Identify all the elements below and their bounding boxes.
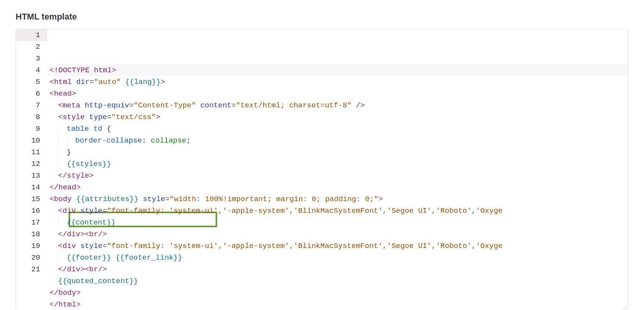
token-tvar: }} bbox=[102, 253, 111, 262]
token-val: "auto" bbox=[94, 78, 120, 86]
token-tag: > bbox=[379, 195, 383, 203]
token-tvar: {{ bbox=[115, 253, 124, 262]
code-line[interactable]: {{content}} bbox=[47, 217, 628, 228]
token-val: "Content-Type" bbox=[134, 101, 196, 110]
token-tvar: }} bbox=[152, 78, 161, 86]
token-tag: </body> bbox=[50, 289, 81, 297]
token-attr: type bbox=[89, 113, 107, 121]
code-line[interactable]: {{styles}} bbox=[47, 158, 628, 170]
code-editor[interactable]: 123456789101112131415161718192021 <!DOCT… bbox=[16, 29, 628, 310]
token-val: "font-family: 'system-ui','-apple-system… bbox=[107, 242, 502, 250]
token-pun: = bbox=[90, 78, 94, 86]
token-val: "text/html; charset=utf-8" bbox=[236, 101, 351, 110]
token-tvar: styles bbox=[76, 160, 102, 168]
token-pun bbox=[80, 101, 85, 110]
token-pun: = bbox=[129, 101, 133, 110]
token-pun: = bbox=[232, 101, 236, 110]
token-tvar: {{ bbox=[67, 218, 76, 227]
gutter-line: 15 bbox=[16, 193, 47, 205]
gutter-line: 1 bbox=[16, 29, 47, 41]
token-val: "text/css" bbox=[111, 113, 156, 121]
token-sel: table td bbox=[67, 125, 107, 133]
gutter-line: 2 bbox=[16, 41, 47, 53]
code-line[interactable]: border-collapse: collapse; bbox=[47, 135, 628, 146]
code-area[interactable]: <!DOCTYPE html><html dir="auto" {{lang}}… bbox=[47, 29, 628, 310]
token-pun bbox=[72, 78, 76, 86]
code-line[interactable]: {{footer}} {{footer_link}} bbox=[47, 252, 628, 264]
token-tag: <!DOCTYPE html> bbox=[50, 66, 116, 75]
token-pun: } bbox=[67, 148, 71, 157]
gutter-line: 17 bbox=[16, 217, 47, 228]
token-pun bbox=[146, 136, 150, 145]
token-tag: </head> bbox=[50, 183, 81, 192]
token-tag: </div> bbox=[58, 265, 85, 274]
token-tvar: }} bbox=[102, 160, 111, 168]
code-line[interactable]: <div style="font-family: 'system-ui','-a… bbox=[47, 205, 628, 217]
gutter-line: 6 bbox=[16, 88, 47, 100]
token-cssval: collapse bbox=[151, 136, 186, 145]
token-attr: style bbox=[80, 242, 103, 250]
token-tag: > bbox=[156, 113, 160, 121]
code-line[interactable]: </div><br/> bbox=[47, 228, 628, 240]
token-pun: ; bbox=[186, 136, 191, 145]
gutter-line: 7 bbox=[16, 100, 47, 111]
token-tvar: content bbox=[76, 218, 107, 227]
token-tag: <div bbox=[58, 207, 76, 215]
token-pun bbox=[196, 101, 200, 110]
token-tvar: footer_link bbox=[124, 253, 173, 262]
gutter-line: 21 bbox=[16, 264, 47, 275]
gutter: 123456789101112131415161718192021 bbox=[16, 29, 47, 310]
code-line[interactable]: </head> bbox=[47, 182, 628, 193]
gutter-line: 8 bbox=[16, 111, 47, 123]
token-tvar: }} bbox=[173, 253, 182, 262]
token-attr: style bbox=[80, 207, 103, 215]
token-tag: </html> bbox=[50, 300, 81, 309]
token-tvar: footer bbox=[76, 253, 102, 262]
resize-handle-icon[interactable] bbox=[623, 305, 627, 310]
code-line[interactable]: table td { bbox=[47, 123, 628, 135]
code-line[interactable]: } bbox=[47, 146, 628, 158]
code-line[interactable]: </html> bbox=[47, 299, 628, 310]
token-attr: dir bbox=[76, 78, 89, 86]
token-pun bbox=[111, 253, 115, 262]
token-pun: { bbox=[107, 125, 111, 133]
code-line[interactable]: <style type="text/css"> bbox=[47, 111, 628, 123]
token-tag: /> bbox=[356, 101, 365, 110]
token-sel: border-collapse bbox=[75, 136, 142, 145]
code-line[interactable]: </style> bbox=[47, 170, 628, 182]
token-tag: <head> bbox=[50, 89, 76, 98]
code-line[interactable]: {{quoted_content}} bbox=[47, 275, 628, 287]
token-tvar: {{ bbox=[67, 160, 76, 168]
token-attr: http-equiv bbox=[85, 101, 129, 110]
gutter-line: 20 bbox=[16, 252, 47, 264]
token-val: "font-family: 'system-ui','-apple-system… bbox=[107, 207, 502, 215]
code-line[interactable]: </div><br/> bbox=[47, 264, 628, 275]
token-tvar: }} bbox=[107, 218, 116, 227]
token-pun bbox=[76, 207, 80, 215]
token-tvar: {{ bbox=[58, 277, 67, 285]
code-line[interactable]: <!DOCTYPE html> bbox=[47, 64, 628, 76]
token-pun: : bbox=[142, 136, 146, 145]
token-tag: <body bbox=[50, 195, 72, 203]
token-tag: <meta bbox=[58, 101, 80, 110]
token-tvar: }} bbox=[129, 277, 138, 285]
code-line[interactable]: <head> bbox=[47, 88, 628, 100]
code-line[interactable]: <div style="font-family: 'system-ui','-a… bbox=[47, 240, 628, 252]
gutter-line: 13 bbox=[16, 170, 47, 182]
code-line[interactable]: <body {{attributes}} style="width: 100%!… bbox=[47, 193, 628, 205]
token-val: "width: 100%!important; margin: 0; paddi… bbox=[170, 195, 379, 203]
code-line[interactable]: </body> bbox=[47, 287, 628, 299]
gutter-line: 16 bbox=[16, 205, 47, 217]
token-tvar: attributes bbox=[85, 195, 129, 203]
code-line[interactable]: <meta http-equiv="Content-Type" content=… bbox=[47, 100, 628, 111]
token-tag: <style bbox=[58, 113, 85, 121]
gutter-line: 9 bbox=[16, 123, 47, 135]
token-pun bbox=[72, 195, 76, 203]
token-tvar: {{ bbox=[125, 78, 134, 86]
token-pun: = bbox=[103, 242, 107, 250]
token-pun bbox=[352, 101, 356, 110]
section-title: HTML template bbox=[16, 12, 628, 22]
token-tvar: {{ bbox=[67, 253, 76, 262]
code-line[interactable]: <html dir="auto" {{lang}}> bbox=[47, 76, 628, 88]
token-pun: = bbox=[103, 207, 107, 215]
